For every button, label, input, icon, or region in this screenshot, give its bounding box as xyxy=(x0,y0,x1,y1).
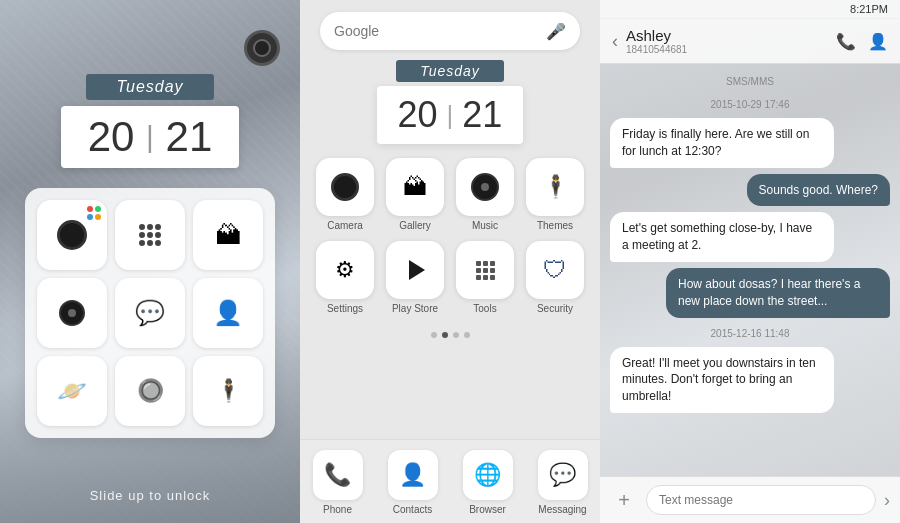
tools-label: Tools xyxy=(473,303,496,314)
phone-label: Phone xyxy=(323,504,352,515)
home-app-music[interactable]: Music xyxy=(455,158,515,231)
messaging-icon-container: 💬 xyxy=(538,450,588,500)
lock-app-chat[interactable]: 💬 xyxy=(115,278,185,348)
lock-date-separator: | xyxy=(141,120,159,154)
home-dock: 📞 Phone 👤 Contacts 🌐 Browser 💬 Messaging xyxy=(300,439,600,523)
lock-app-music[interactable] xyxy=(37,278,107,348)
home-app-playstore[interactable]: Play Store xyxy=(385,241,445,314)
lock-app-person[interactable]: 👤 xyxy=(193,278,263,348)
home-date-display: 20 | 21 xyxy=(377,86,524,144)
message-bubble-received-1: Friday is finally here. Are we still on … xyxy=(610,118,834,168)
add-attachment-button[interactable]: + xyxy=(610,486,638,514)
timestamp-1: 2015-10-29 17:46 xyxy=(610,99,890,110)
lock-date-right: 21 xyxy=(159,116,219,158)
message-text-input[interactable] xyxy=(646,485,876,515)
message-bubble-sent-1: Sounds good. Where? xyxy=(747,174,890,207)
search-bar[interactable]: Google 🎤 xyxy=(320,12,580,50)
browser-icon: 🌐 xyxy=(474,462,501,488)
camera-app-icon xyxy=(316,158,374,216)
message-bubble-sent-2: How about dosas? I hear there's a new pl… xyxy=(666,268,890,318)
browser-label: Browser xyxy=(469,504,506,515)
browser-icon-container: 🌐 xyxy=(463,450,513,500)
phone-icon-container: 📞 xyxy=(313,450,363,500)
lock-app-suit[interactable]: 🕴 xyxy=(193,356,263,426)
message-bubble-received-3: Great! I'll meet you downstairs in ten m… xyxy=(610,347,834,413)
contacts-icon: 👤 xyxy=(399,462,426,488)
phone-icon: 📞 xyxy=(324,462,351,488)
timestamp-2: 2015-12-16 11:48 xyxy=(610,328,890,339)
dots-grid-icon xyxy=(139,224,161,246)
lock-app-toggle[interactable]: 🔘 xyxy=(115,356,185,426)
send-button[interactable]: › xyxy=(884,490,890,511)
contact-info: Ashley 18410544681 xyxy=(626,27,828,55)
saturn-icon: 🪐 xyxy=(57,377,87,405)
contacts-label: Contacts xyxy=(393,504,432,515)
contact-number: 18410544681 xyxy=(626,44,828,55)
gallery-icon: 🏔 xyxy=(215,220,241,251)
gallery-icon: 🏔 xyxy=(403,173,427,201)
home-app-themes[interactable]: 🕴 Themes xyxy=(525,158,585,231)
music-app-icon xyxy=(456,158,514,216)
header-actions: 📞 👤 xyxy=(836,32,888,51)
dock-messaging[interactable]: 💬 Messaging xyxy=(538,450,588,515)
page-indicators xyxy=(431,332,470,338)
suit-icon: 🕴 xyxy=(215,378,242,404)
themes-label: Themes xyxy=(537,220,573,231)
home-app-gallery[interactable]: 🏔 Gallery xyxy=(385,158,445,231)
security-label: Security xyxy=(537,303,573,314)
dock-contacts[interactable]: 👤 Contacts xyxy=(388,450,438,515)
home-app-tools[interactable]: Tools xyxy=(455,241,515,314)
home-date-separator: | xyxy=(443,100,458,131)
playstore-app-icon xyxy=(386,241,444,299)
music-label: Music xyxy=(472,220,498,231)
gallery-app-icon: 🏔 xyxy=(386,158,444,216)
security-app-icon: 🛡 xyxy=(526,241,584,299)
home-screen: Google 🎤 Tuesday 20 | 21 Camera 🏔 Galler… xyxy=(300,0,600,523)
home-day-label: Tuesday xyxy=(396,60,504,82)
home-date-right: 21 xyxy=(457,94,507,136)
lock-screen: Tuesday 20 | 21 🏔 xyxy=(0,0,300,523)
message-header: ‹ Ashley 18410544681 📞 👤 xyxy=(600,19,900,64)
camera-shortcut-icon[interactable] xyxy=(244,30,280,66)
page-dot-4 xyxy=(464,332,470,338)
gallery-label: Gallery xyxy=(399,220,431,231)
lock-app-saturn[interactable]: 🪐 xyxy=(37,356,107,426)
contacts-icon-container: 👤 xyxy=(388,450,438,500)
message-bubble-received-2: Let's get something close-by, I have a m… xyxy=(610,212,834,262)
home-app-camera[interactable]: Camera xyxy=(315,158,375,231)
play-icon xyxy=(409,260,425,280)
mic-icon[interactable]: 🎤 xyxy=(546,22,566,41)
settings-icon: ⚙ xyxy=(335,257,355,283)
camera-icon xyxy=(331,173,359,201)
home-date-left: 20 xyxy=(393,94,443,136)
vinyl-icon xyxy=(59,300,85,326)
chat-icon: 💬 xyxy=(135,299,165,327)
lock-app-camera[interactable] xyxy=(37,200,107,270)
lock-app-grid: 🏔 💬 👤 🪐 🔘 🕴 xyxy=(25,188,275,438)
camera-label: Camera xyxy=(327,220,363,231)
call-button[interactable]: 📞 xyxy=(836,32,856,51)
messaging-label: Messaging xyxy=(538,504,586,515)
dock-phone[interactable]: 📞 Phone xyxy=(313,450,363,515)
person-icon: 👤 xyxy=(213,299,243,327)
dock-browser[interactable]: 🌐 Browser xyxy=(463,450,513,515)
vinyl-icon xyxy=(471,173,499,201)
tools-icon xyxy=(476,261,495,280)
page-dot-1 xyxy=(431,332,437,338)
sms-mms-label: SMS/MMS xyxy=(610,76,890,87)
home-app-settings[interactable]: ⚙ Settings xyxy=(315,241,375,314)
lock-top-section: Tuesday 20 | 21 xyxy=(0,0,300,168)
home-app-security[interactable]: 🛡 Security xyxy=(525,241,585,314)
lock-app-gallery[interactable]: 🏔 xyxy=(193,200,263,270)
back-button[interactable]: ‹ xyxy=(612,31,618,52)
page-dot-3 xyxy=(453,332,459,338)
contact-details-button[interactable]: 👤 xyxy=(868,32,888,51)
messaging-icon: 💬 xyxy=(549,462,576,488)
message-input-bar: + › xyxy=(600,476,900,523)
lock-app-dots[interactable] xyxy=(115,200,185,270)
shield-icon: 🛡 xyxy=(543,256,567,284)
status-time: 8:21PM xyxy=(850,3,888,15)
messaging-screen: 8:21PM ‹ Ashley 18410544681 📞 👤 SMS/MMS … xyxy=(600,0,900,523)
page-dot-2 xyxy=(442,332,448,338)
dots-indicator xyxy=(87,206,101,220)
